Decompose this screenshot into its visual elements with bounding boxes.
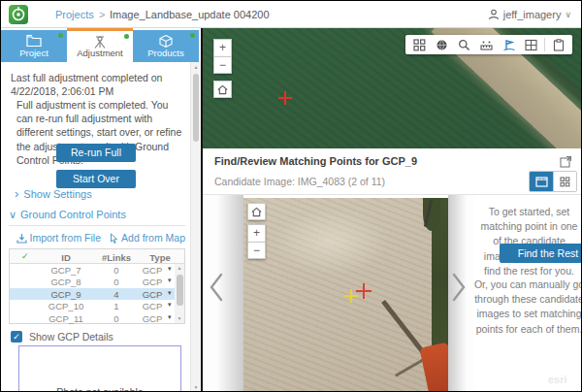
table-scrollbar[interactable]: ▲ ▼ bbox=[175, 264, 184, 323]
col-header-links[interactable]: #Links bbox=[93, 252, 140, 263]
panel-scrollbar[interactable]: ▲ ▼ bbox=[190, 62, 201, 392]
rerun-full-button[interactable]: Re-run Full bbox=[56, 144, 136, 162]
breadcrumb-separator: > bbox=[99, 1, 105, 28]
map-home-button[interactable] bbox=[213, 81, 232, 98]
plus-icon: + bbox=[253, 226, 260, 240]
table-row[interactable]: GCP_10 1 GCP ▾ bbox=[10, 300, 175, 311]
tab-status-dot bbox=[190, 33, 195, 38]
tab-status-dot bbox=[58, 33, 63, 38]
show-settings-label: Show Settings bbox=[23, 188, 91, 200]
next-image-arrow[interactable] bbox=[451, 273, 467, 306]
type-dropdown-icon[interactable]: ▾ bbox=[168, 289, 172, 297]
show-gcp-details-checkbox[interactable]: ✓ bbox=[11, 331, 22, 343]
page-title: Image_Landbase_update 004200 bbox=[110, 1, 270, 28]
scroll-down-icon[interactable]: ▼ bbox=[175, 314, 184, 323]
cell-type[interactable]: GCP bbox=[136, 289, 169, 300]
instruction-start-text: To get started, set matching point in on… bbox=[475, 205, 582, 278]
map-toolbar bbox=[405, 35, 572, 54]
app-logo[interactable] bbox=[9, 5, 28, 24]
ground-control-points-section[interactable]: ∨Ground Control Points bbox=[9, 209, 126, 221]
grid-view-button[interactable] bbox=[553, 172, 576, 191]
breadcrumb-projects[interactable]: Projects bbox=[55, 1, 94, 28]
minus-icon: − bbox=[253, 244, 260, 257]
type-dropdown-icon[interactable]: ▾ bbox=[168, 301, 172, 309]
add-label: Add from Map bbox=[121, 232, 185, 244]
table-row[interactable]: GCP_7 0 GCP ▾ bbox=[10, 264, 175, 276]
photo-preview-box: Photo not available bbox=[18, 345, 181, 392]
scroll-up-icon[interactable]: ▲ bbox=[175, 264, 184, 273]
instruction-manual-text: Or, you can manually go through these ca… bbox=[473, 278, 582, 337]
gcp-flag-icon[interactable] bbox=[498, 35, 520, 54]
find-review-panel: Find/Review Matching Points for GCP_9 Ca… bbox=[203, 148, 582, 392]
table-row-selected[interactable]: GCP_9 4 GCP ▾ bbox=[10, 288, 175, 300]
cell-type[interactable]: GCP bbox=[136, 265, 169, 276]
home-icon bbox=[251, 207, 262, 217]
cell-type[interactable]: GCP bbox=[136, 313, 169, 324]
map-zoom-out-button[interactable]: − bbox=[213, 56, 232, 74]
import-label: Import from File bbox=[30, 232, 102, 244]
measure-icon[interactable] bbox=[475, 35, 498, 54]
type-dropdown-icon[interactable]: ▾ bbox=[168, 265, 172, 273]
col-header-id[interactable]: ID bbox=[39, 252, 93, 263]
cube-icon bbox=[158, 34, 174, 49]
scrollbar-thumb[interactable] bbox=[177, 275, 183, 306]
user-menu[interactable]: jeff_imagery ∨ bbox=[488, 1, 571, 28]
find-the-rest-button[interactable]: Find the Rest bbox=[500, 244, 582, 263]
gcp-table: ✓ ID #Links Type GCP_7 0 GCP ▾ GCP_8 0 G… bbox=[9, 248, 185, 324]
chevron-down-icon: ∨ bbox=[9, 209, 16, 220]
select-all-check-icon[interactable]: ✓ bbox=[21, 251, 29, 261]
user-icon bbox=[488, 9, 500, 20]
type-dropdown-icon[interactable]: ▾ bbox=[168, 313, 172, 321]
username-label: jeff_imagery bbox=[503, 9, 562, 20]
import-from-file-link[interactable]: Import from File bbox=[16, 232, 102, 244]
app-window: + − bbox=[0, 0, 582, 392]
scroll-down-icon[interactable]: ▼ bbox=[191, 382, 201, 392]
scrollbar-thumb[interactable] bbox=[193, 74, 199, 142]
cell-id: GCP_10 bbox=[39, 301, 93, 311]
expand-panel-icon[interactable] bbox=[560, 154, 572, 172]
image-grid-icon[interactable] bbox=[520, 35, 542, 54]
cell-id: GCP_11 bbox=[39, 313, 93, 324]
table-row[interactable]: GCP_8 0 GCP ▾ bbox=[10, 276, 175, 287]
tab-status-dot bbox=[124, 34, 129, 39]
cell-id: GCP_9 bbox=[39, 289, 93, 300]
panel-map-divider bbox=[201, 28, 203, 392]
scroll-up-icon[interactable]: ▲ bbox=[191, 62, 201, 72]
show-gcp-details-row: ✓ Show GCP Details bbox=[11, 331, 113, 343]
ortho-maker-logo-icon bbox=[9, 5, 28, 24]
tab-products[interactable]: Products bbox=[133, 30, 199, 62]
user-caret-icon: ∨ bbox=[565, 10, 571, 19]
cell-links: 0 bbox=[93, 265, 140, 276]
cell-id: GCP_8 bbox=[39, 277, 93, 287]
previous-image-arrow[interactable] bbox=[209, 273, 224, 306]
folder-icon bbox=[26, 34, 43, 48]
table-row[interactable]: GCP_11 0 GCP ▾ bbox=[10, 312, 175, 324]
show-settings-link[interactable]: ›Show Settings bbox=[15, 186, 92, 201]
col-header-type[interactable]: Type bbox=[140, 252, 180, 263]
tab-adjustment[interactable]: Adjustment bbox=[67, 28, 133, 62]
candidate-image[interactable]: + − bbox=[243, 198, 448, 392]
plus-icon: + bbox=[219, 41, 226, 54]
map-zoom-in-button[interactable]: + bbox=[213, 39, 232, 56]
grid-icon[interactable] bbox=[408, 35, 431, 54]
viewer-zoom-in-button[interactable]: + bbox=[247, 224, 266, 242]
check-icon: ✓ bbox=[13, 332, 20, 342]
add-from-map-link[interactable]: Add from Map bbox=[110, 232, 185, 244]
viewer-home-button[interactable] bbox=[247, 203, 266, 220]
cell-type[interactable]: GCP bbox=[136, 301, 169, 311]
type-dropdown-icon[interactable]: ▾ bbox=[168, 277, 172, 284]
gcp-table-header: ✓ ID #Links Type bbox=[10, 249, 184, 264]
adjustment-icon bbox=[92, 35, 108, 49]
show-gcp-details-label: Show GCP Details bbox=[29, 331, 113, 343]
clipboard-icon[interactable] bbox=[547, 35, 569, 54]
search-icon[interactable] bbox=[453, 35, 475, 54]
tab-label: Project bbox=[1, 48, 67, 58]
viewer-zoom-out-button[interactable]: − bbox=[247, 242, 266, 259]
gcp-section-label: Ground Control Points bbox=[20, 209, 126, 220]
cell-type[interactable]: GCP bbox=[136, 277, 169, 287]
tab-project[interactable]: Project bbox=[1, 30, 67, 62]
basemap-icon[interactable] bbox=[431, 35, 453, 54]
candidate-image-label: Candidate Image: IMG_4083 (2 of 11) bbox=[214, 176, 385, 187]
filmstrip-view-button[interactable] bbox=[530, 172, 553, 191]
chevron-right-icon: › bbox=[15, 186, 18, 201]
